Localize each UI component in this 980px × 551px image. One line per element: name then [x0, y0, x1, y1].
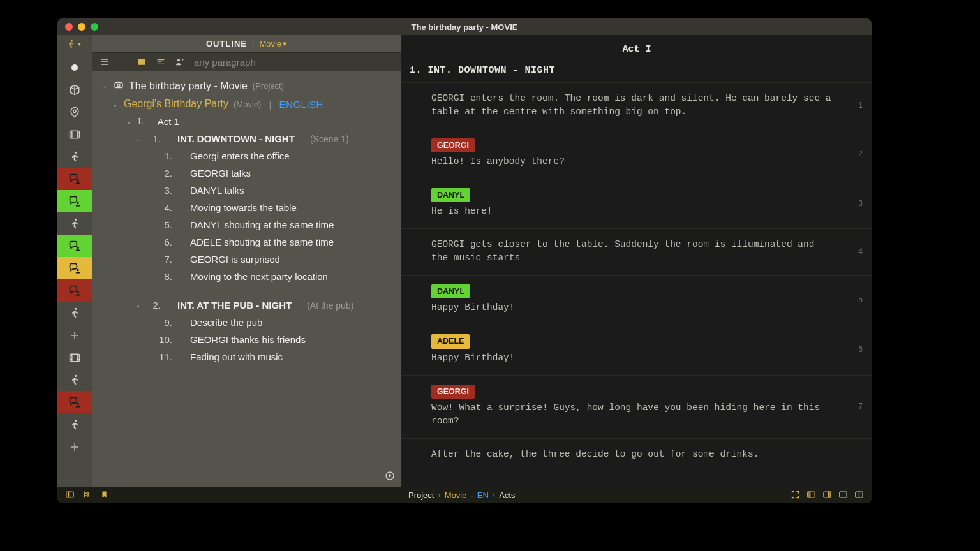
script-action-block[interactable]: After the cake, the three decide to go o…	[402, 439, 872, 471]
svg-point-5	[75, 218, 77, 220]
svg-point-3	[77, 179, 79, 182]
act-roman: I.	[138, 116, 144, 127]
bookmark-icon[interactable]	[100, 490, 109, 501]
svg-point-20	[87, 492, 89, 494]
status-bar: Project › Movie - EN › Acts	[57, 487, 872, 503]
scene-heading: INT. AT THE PUB - NIGHT	[177, 300, 292, 311]
rail-talk-item[interactable]	[57, 235, 92, 257]
window-controls	[57, 23, 98, 31]
rail-run-item[interactable]	[57, 302, 92, 324]
script-action-block[interactable]: GEORGI enters the room. The room is dark…	[402, 83, 872, 129]
rail-run-item[interactable]	[57, 413, 92, 436]
svg-point-21	[87, 494, 89, 496]
rail-talk-item[interactable]	[57, 190, 92, 212]
outline-act-node[interactable]: ⌄ I. Act 1	[92, 113, 401, 130]
zoom-window-button[interactable]	[91, 23, 98, 31]
character-tag: GEORGI	[431, 385, 475, 399]
outline-beat-node[interactable]: 6.ADELE shouting at the same time	[92, 233, 401, 251]
movie-language[interactable]: ENGLISH	[279, 99, 323, 110]
chevron-down-icon: ⌄	[134, 302, 142, 309]
outline-beat-node[interactable]: 2.GEORGI talks	[92, 165, 401, 182]
dialogue-text: Wow! What a surprise! Guys, how long hav…	[431, 402, 820, 426]
window-title: The birthday party - MOVIE	[57, 22, 872, 32]
outline-beat-node[interactable]: 5.DANYL shouting at the same time	[92, 216, 401, 233]
svg-point-11	[75, 374, 77, 376]
script-dialogue-block[interactable]: DANYLHe is here!3	[402, 179, 872, 229]
script-action-block[interactable]: GEORGI gets closer to the table. Suddenl…	[402, 229, 872, 276]
rail-film-item[interactable]	[57, 123, 92, 145]
outline-beat-node[interactable]: 9.Describe the pub	[92, 314, 401, 331]
svg-rect-14	[138, 59, 145, 64]
dialogue-text: Hello! Is anybody there?	[431, 156, 565, 166]
card-view-icon[interactable]	[137, 57, 147, 67]
layout-single-icon[interactable]	[838, 490, 848, 501]
outline-beat-node[interactable]: 8.Moving to the next party location	[92, 268, 401, 285]
script-dialogue-block[interactable]: GEORGIHello! Is anybody there?2	[402, 129, 872, 179]
paragraph-number: 4	[858, 247, 863, 258]
tree-icon[interactable]	[82, 490, 92, 501]
rail-plus-item[interactable]	[57, 436, 92, 458]
camera-icon	[114, 80, 124, 92]
left-rail: ▾	[57, 35, 92, 487]
breadcrumb-movie[interactable]: Movie	[445, 490, 467, 500]
minimize-window-button[interactable]	[78, 23, 85, 31]
breadcrumb-lang[interactable]: EN	[477, 490, 489, 500]
rail-talk-item[interactable]	[57, 391, 92, 413]
svg-point-4	[77, 202, 79, 204]
rail-talk-item[interactable]	[57, 168, 92, 190]
layout-split-icon[interactable]	[854, 490, 864, 501]
dialogue-text: Happy Birthday!	[431, 353, 515, 363]
chevron-down-icon: ▾	[283, 39, 287, 48]
scene-meta: (Scene 1)	[310, 134, 349, 144]
outline-movie-node[interactable]: ⌄ Georgi's Birthday Party (Movie) | ENGL…	[92, 95, 401, 113]
rail-run-item[interactable]	[57, 369, 92, 391]
outline-beat-node[interactable]: 10.GEORGI thanks his friends	[92, 331, 401, 348]
panel-toggle-icon[interactable]	[65, 490, 75, 501]
character-tag: ADELE	[431, 334, 470, 348]
action-text: GEORGI enters the room. The room is dark…	[431, 93, 831, 117]
jump-to-icon[interactable]	[385, 471, 395, 483]
rail-film-item[interactable]	[57, 346, 92, 369]
script-dialogue-block[interactable]: ADELEHappy Birthday!6	[402, 325, 872, 375]
outline-beat-node[interactable]: 3.DANYL talks	[92, 182, 401, 199]
breadcrumb-project[interactable]: Project	[408, 490, 434, 500]
fullscreen-icon[interactable]	[791, 490, 800, 501]
character-filter-icon[interactable]	[175, 57, 185, 67]
paragraph-number: 6	[858, 344, 863, 355]
beat-text: Describe the pub	[190, 317, 262, 328]
rail-talk-item[interactable]	[57, 257, 92, 279]
outline-beat-node[interactable]: 4.Moving towards the table	[92, 199, 401, 216]
svg-point-8	[77, 291, 79, 293]
rail-mode-button[interactable]: ▾	[57, 35, 92, 52]
action-text: GEORGI gets closer to the table. Suddenl…	[431, 239, 814, 263]
outline-beat-node[interactable]: 1.Georgi enters the office	[92, 147, 401, 165]
titlebar: The birthday party - MOVIE	[57, 18, 872, 35]
scene-heading: INT. DOWNTOWN - NIGHT	[177, 133, 295, 144]
outline-filter-input[interactable]	[194, 57, 394, 68]
rail-pin-item[interactable]	[57, 101, 92, 123]
outline-scene-node[interactable]: ⌄2.INT. AT THE PUB - NIGHT(At the pub)	[92, 297, 401, 314]
paragraph-number: 5	[858, 295, 863, 305]
rail-run-item[interactable]	[57, 212, 92, 235]
act-title: Act 1	[158, 116, 179, 127]
beat-text: Fading out with music	[190, 351, 283, 362]
rail-cube-item[interactable]	[57, 78, 92, 101]
rail-dot-item[interactable]	[57, 56, 92, 78]
outline-scene-node[interactable]: ⌄1.INT. DOWNTOWN - NIGHT(Scene 1)	[92, 130, 401, 147]
script-dialogue-block[interactable]: GEORGIWow! What a surprise! Guys, how lo…	[402, 376, 872, 439]
outline-mode-dropdown[interactable]: Movie ▾	[259, 39, 287, 48]
scene-meta: (At the pub)	[307, 300, 353, 311]
layout-right-icon[interactable]	[822, 490, 832, 501]
menu-icon[interactable]	[100, 57, 110, 67]
outline-beat-node[interactable]: 7.GEORGI is surprised	[92, 251, 401, 268]
layout-left-icon[interactable]	[806, 490, 816, 501]
breadcrumb-acts[interactable]: Acts	[499, 490, 515, 500]
list-view-icon[interactable]	[156, 57, 166, 67]
rail-plus-item[interactable]	[57, 324, 92, 346]
rail-talk-item[interactable]	[57, 279, 92, 302]
script-dialogue-block[interactable]: DANYLHappy Birthday!5	[402, 276, 872, 325]
outline-project-node[interactable]: ⌄ The birthday party - Movie (Project)	[92, 77, 401, 95]
close-window-button[interactable]	[65, 23, 73, 31]
outline-beat-node[interactable]: 11.Fading out with music	[92, 348, 401, 365]
rail-run-item[interactable]	[57, 145, 92, 168]
